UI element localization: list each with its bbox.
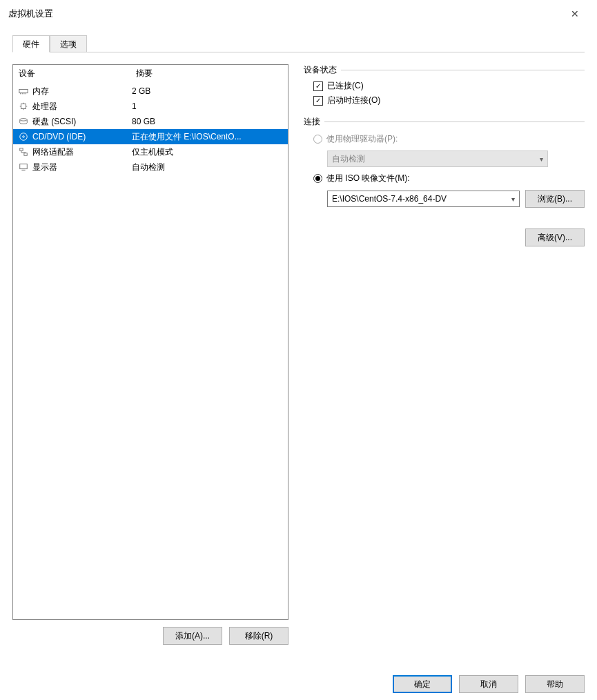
group-title: 连接 xyxy=(304,116,320,128)
device-name: 内存 xyxy=(32,86,49,97)
connection-group: 连接 使用物理驱动器(P): 自动检测 ▾ 使用 ISO 映像文件(M): xyxy=(304,116,585,208)
window-title: 虚拟机设置 xyxy=(8,8,561,20)
connected-checkbox-row[interactable]: ✓ 已连接(C) xyxy=(313,80,585,92)
device-list-header: 设备 摘要 xyxy=(13,65,288,84)
svg-point-11 xyxy=(20,133,28,141)
svg-rect-5 xyxy=(21,104,26,109)
svg-rect-14 xyxy=(24,153,27,156)
close-button[interactable]: ✕ xyxy=(561,8,589,19)
help-button[interactable]: 帮助 xyxy=(525,675,585,693)
device-name: 硬盘 (SCSI) xyxy=(32,116,76,128)
col-summary: 摘要 xyxy=(136,68,282,79)
tab-hardware[interactable]: 硬件 xyxy=(12,35,50,52)
remove-button[interactable]: 移除(R) xyxy=(229,627,288,645)
svg-rect-13 xyxy=(20,148,23,151)
network-icon xyxy=(17,146,30,157)
device-summary: 自动检测 xyxy=(132,162,284,173)
add-button[interactable]: 添加(A)... xyxy=(163,627,222,645)
physical-drive-radio-row[interactable]: 使用物理驱动器(P): xyxy=(313,133,585,145)
connect-poweron-label: 启动时连接(O) xyxy=(327,95,380,106)
svg-point-12 xyxy=(23,136,25,138)
device-row-cpu[interactable]: 处理器 1 xyxy=(13,99,288,114)
device-row-memory[interactable]: 内存 2 GB xyxy=(13,84,288,99)
checkbox-icon: ✓ xyxy=(313,81,323,91)
memory-icon xyxy=(17,86,30,97)
cancel-button[interactable]: 取消 xyxy=(459,675,518,693)
iso-label: 使用 ISO 映像文件(M): xyxy=(326,173,410,184)
physical-drive-value: 自动检测 xyxy=(332,153,365,165)
iso-path-combo[interactable]: E:\IOS\CentOS-7.4-x86_64-DV ▾ xyxy=(327,191,520,207)
tab-options[interactable]: 选项 xyxy=(50,35,87,52)
hdd-icon xyxy=(17,116,30,127)
footer-buttons: 确定 取消 帮助 xyxy=(393,675,585,693)
device-name: CD/DVD (IDE) xyxy=(32,132,86,142)
chevron-down-icon: ▾ xyxy=(511,195,515,203)
left-column: 设备 摘要 内存 2 GB 处理器 1 xyxy=(12,64,288,645)
tab-body: 设备 摘要 内存 2 GB 处理器 1 xyxy=(12,52,585,645)
device-list: 设备 摘要 内存 2 GB 处理器 1 xyxy=(12,64,288,620)
cpu-icon xyxy=(17,101,30,112)
group-title: 设备状态 xyxy=(304,64,337,76)
physical-drive-combo: 自动检测 ▾ xyxy=(327,150,548,167)
right-column: 设备状态 ✓ 已连接(C) ✓ 启动时连接(O) 连接 xyxy=(304,64,585,645)
device-row-display[interactable]: 显示器 自动检测 xyxy=(13,159,288,175)
advanced-row: 高级(V)... xyxy=(304,229,585,246)
svg-point-10 xyxy=(20,119,28,121)
ok-button[interactable]: 确定 xyxy=(393,675,452,693)
device-status-group: 设备状态 ✓ 已连接(C) ✓ 启动时连接(O) xyxy=(304,64,585,106)
titlebar: 虚拟机设置 ✕ xyxy=(0,0,597,28)
chevron-down-icon: ▾ xyxy=(540,155,543,163)
browse-button[interactable]: 浏览(B)... xyxy=(525,190,585,208)
display-icon xyxy=(17,162,30,173)
radio-icon xyxy=(313,135,322,144)
svg-rect-0 xyxy=(19,89,28,93)
device-name: 网络适配器 xyxy=(32,146,74,158)
device-summary: 仅主机模式 xyxy=(132,146,284,158)
radio-icon xyxy=(313,174,322,183)
connect-poweron-checkbox-row[interactable]: ✓ 启动时连接(O) xyxy=(313,95,585,106)
device-row-hdd[interactable]: 硬盘 (SCSI) 80 GB xyxy=(13,114,288,129)
svg-rect-15 xyxy=(20,164,28,169)
tabs: 硬件 选项 xyxy=(12,35,585,52)
iso-radio-row[interactable]: 使用 ISO 映像文件(M): xyxy=(313,173,585,184)
device-summary: 80 GB xyxy=(132,117,284,126)
content: 硬件 选项 设备 摘要 内存 2 GB xyxy=(12,35,585,665)
device-row-cddvd[interactable]: CD/DVD (IDE) 正在使用文件 E:\IOS\CentO... xyxy=(13,129,288,144)
iso-path-value: E:\IOS\CentOS-7.4-x86_64-DV xyxy=(332,194,447,204)
disc-icon xyxy=(17,131,30,142)
left-buttons: 添加(A)... 移除(R) xyxy=(12,627,288,645)
physical-drive-label: 使用物理驱动器(P): xyxy=(326,133,398,145)
device-summary: 2 GB xyxy=(132,86,284,96)
connected-label: 已连接(C) xyxy=(327,80,364,92)
device-summary: 1 xyxy=(132,101,284,111)
divider xyxy=(341,70,585,70)
checkbox-icon: ✓ xyxy=(313,96,323,106)
device-summary: 正在使用文件 E:\IOS\CentO... xyxy=(132,131,284,143)
device-name: 显示器 xyxy=(32,162,57,173)
device-name: 处理器 xyxy=(32,101,57,113)
divider xyxy=(324,121,585,122)
col-device: 设备 xyxy=(19,68,136,79)
advanced-button[interactable]: 高级(V)... xyxy=(525,229,585,246)
device-row-net[interactable]: 网络适配器 仅主机模式 xyxy=(13,144,288,159)
